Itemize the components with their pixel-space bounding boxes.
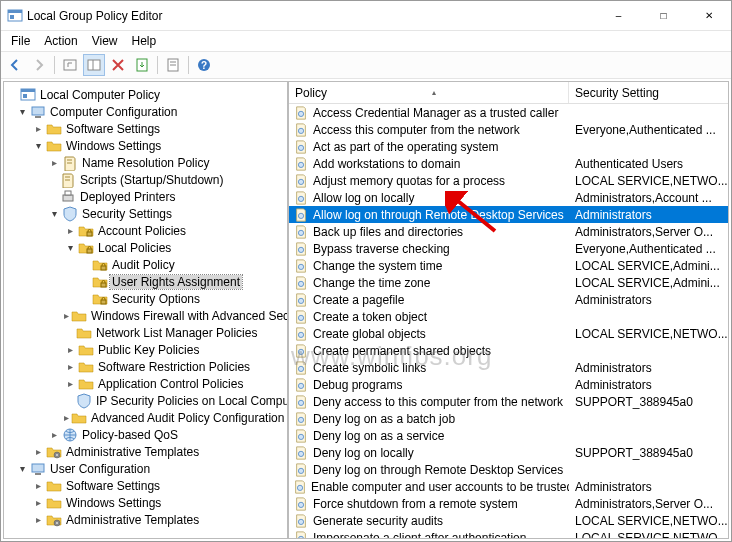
tree-printers[interactable]: Deployed Printers: [6, 188, 285, 205]
list-body[interactable]: Access Credential Manager as a trusted c…: [289, 104, 728, 538]
policy-name: Debug programs: [313, 378, 402, 392]
policy-row[interactable]: Deny log on as a service: [289, 427, 728, 444]
menu-bar: File Action View Help: [1, 31, 731, 51]
policy-row[interactable]: Act as part of the operating system: [289, 138, 728, 155]
menu-action[interactable]: Action: [38, 33, 83, 49]
maximize-button[interactable]: □: [641, 1, 686, 30]
tree-name-resolution[interactable]: ▸Name Resolution Policy: [6, 154, 285, 171]
policy-row[interactable]: Add workstations to domainAuthenticated …: [289, 155, 728, 172]
policy-row[interactable]: Create a pagefileAdministrators: [289, 291, 728, 308]
tree-security-options[interactable]: Security Options: [6, 290, 285, 307]
policy-setting: SUPPORT_388945a0: [569, 395, 728, 409]
policy-name: Deny log on through Remote Desktop Servi…: [313, 463, 563, 477]
policy-row[interactable]: Deny log on locallySUPPORT_388945a0: [289, 444, 728, 461]
up-one-level-button[interactable]: [59, 54, 81, 76]
policy-icon: [293, 377, 309, 393]
menu-help[interactable]: Help: [126, 33, 163, 49]
policy-row[interactable]: Deny access to this computer from the ne…: [289, 393, 728, 410]
policy-name: Create permanent shared objects: [313, 344, 491, 358]
nav-forward-button: [28, 54, 50, 76]
tree-panel[interactable]: Local Computer Policy ▾Computer Configur…: [3, 81, 288, 539]
policy-icon: [293, 292, 309, 308]
tree-ipsec[interactable]: IP Security Policies on Local Computer: [6, 392, 285, 409]
tree-scripts[interactable]: Scripts (Startup/Shutdown): [6, 171, 285, 188]
policy-setting: Everyone,Authenticated ...: [569, 123, 728, 137]
show-tree-button[interactable]: [83, 54, 105, 76]
tree-windows-settings[interactable]: ▾Windows Settings: [6, 137, 285, 154]
tree-qos[interactable]: ▸Policy-based QoS: [6, 426, 285, 443]
policy-icon: [293, 496, 309, 512]
column-setting[interactable]: Security Setting: [569, 82, 728, 103]
policy-row[interactable]: Change the system timeLOCAL SERVICE,Admi…: [289, 257, 728, 274]
policy-name: Enable computer and user accounts to be …: [311, 480, 569, 494]
policy-name: Deny log on locally: [313, 446, 414, 460]
tree-user-config[interactable]: ▾User Configuration: [6, 460, 285, 477]
tree-audit-policy[interactable]: Audit Policy: [6, 256, 285, 273]
menu-view[interactable]: View: [86, 33, 124, 49]
policy-setting: LOCAL SERVICE,Admini...: [569, 276, 728, 290]
policy-row[interactable]: Access Credential Manager as a trusted c…: [289, 104, 728, 121]
tree-advanced-audit[interactable]: ▸Advanced Audit Policy Configuration: [6, 409, 285, 426]
policy-icon: [293, 156, 309, 172]
policy-setting: Administrators,Server O...: [569, 225, 728, 239]
delete-button[interactable]: [107, 54, 129, 76]
tree-admin-templates[interactable]: ▸Administrative Templates: [6, 443, 285, 460]
help-button[interactable]: [193, 54, 215, 76]
policy-row[interactable]: Deny log on as a batch job: [289, 410, 728, 427]
policy-row[interactable]: Adjust memory quotas for a processLOCAL …: [289, 172, 728, 189]
policy-name: Deny log on as a service: [313, 429, 444, 443]
policy-row[interactable]: Create symbolic linksAdministrators: [289, 359, 728, 376]
tree-local-policies[interactable]: ▾Local Policies: [6, 239, 285, 256]
column-policy[interactable]: Policy▴: [289, 82, 569, 103]
policy-row[interactable]: Create permanent shared objects: [289, 342, 728, 359]
policy-icon: [293, 394, 309, 410]
policy-name: Deny log on as a batch job: [313, 412, 455, 426]
policy-icon: [293, 462, 309, 478]
export-list-button[interactable]: [131, 54, 153, 76]
tree-user-rights-assignment[interactable]: User Rights Assignment: [6, 273, 285, 290]
policy-row[interactable]: Change the time zoneLOCAL SERVICE,Admini…: [289, 274, 728, 291]
minimize-button[interactable]: –: [596, 1, 641, 30]
policy-name: Access Credential Manager as a trusted c…: [313, 106, 558, 120]
policy-row[interactable]: Debug programsAdministrators: [289, 376, 728, 393]
tree-software-restriction[interactable]: ▸Software Restriction Policies: [6, 358, 285, 375]
tree-public-key[interactable]: ▸Public Key Policies: [6, 341, 285, 358]
tree-user-windows[interactable]: ▸Windows Settings: [6, 494, 285, 511]
policy-row[interactable]: Bypass traverse checkingEveryone,Authent…: [289, 240, 728, 257]
tree-computer-config[interactable]: ▾Computer Configuration: [6, 103, 285, 120]
policy-row[interactable]: Deny log on through Remote Desktop Servi…: [289, 461, 728, 478]
nav-back-button[interactable]: [4, 54, 26, 76]
tree-app-control[interactable]: ▸Application Control Policies: [6, 375, 285, 392]
policy-icon: [293, 122, 309, 138]
tree-account-policies[interactable]: ▸Account Policies: [6, 222, 285, 239]
policy-row[interactable]: Enable computer and user accounts to be …: [289, 478, 728, 495]
tree-network-list[interactable]: Network List Manager Policies: [6, 324, 285, 341]
tree-windows-firewall[interactable]: ▸Windows Firewall with Advanced Security: [6, 307, 285, 324]
app-icon: [7, 8, 23, 24]
policy-row[interactable]: Generate security auditsLOCAL SERVICE,NE…: [289, 512, 728, 529]
policy-name: Allow log on locally: [313, 191, 414, 205]
policy-setting: LOCAL SERVICE,NETWO...: [569, 514, 728, 528]
policy-row[interactable]: Create a token object: [289, 308, 728, 325]
policy-icon: [293, 105, 309, 121]
tree-user-software[interactable]: ▸Software Settings: [6, 477, 285, 494]
policy-row[interactable]: Impersonate a client after authenticatio…: [289, 529, 728, 538]
tree-security-settings[interactable]: ▾Security Settings: [6, 205, 285, 222]
policy-row[interactable]: Back up files and directoriesAdministrat…: [289, 223, 728, 240]
menu-file[interactable]: File: [5, 33, 36, 49]
properties-button[interactable]: [162, 54, 184, 76]
policy-row[interactable]: Allow log on locallyAdministrators,Accou…: [289, 189, 728, 206]
tree-root[interactable]: Local Computer Policy: [6, 86, 285, 103]
policy-row[interactable]: Force shutdown from a remote systemAdmin…: [289, 495, 728, 512]
policy-row[interactable]: Access this computer from the networkEve…: [289, 121, 728, 138]
tree-software-settings[interactable]: ▸Software Settings: [6, 120, 285, 137]
list-header: Policy▴ Security Setting: [289, 82, 728, 104]
policy-icon: [293, 343, 309, 359]
tree-user-admin[interactable]: ▸Administrative Templates: [6, 511, 285, 528]
policy-name: Change the system time: [313, 259, 442, 273]
policy-name: Create a pagefile: [313, 293, 404, 307]
close-button[interactable]: ✕: [686, 1, 731, 30]
policy-row[interactable]: Allow log on through Remote Desktop Serv…: [289, 206, 728, 223]
policy-row[interactable]: Create global objectsLOCAL SERVICE,NETWO…: [289, 325, 728, 342]
policy-name: Act as part of the operating system: [313, 140, 498, 154]
